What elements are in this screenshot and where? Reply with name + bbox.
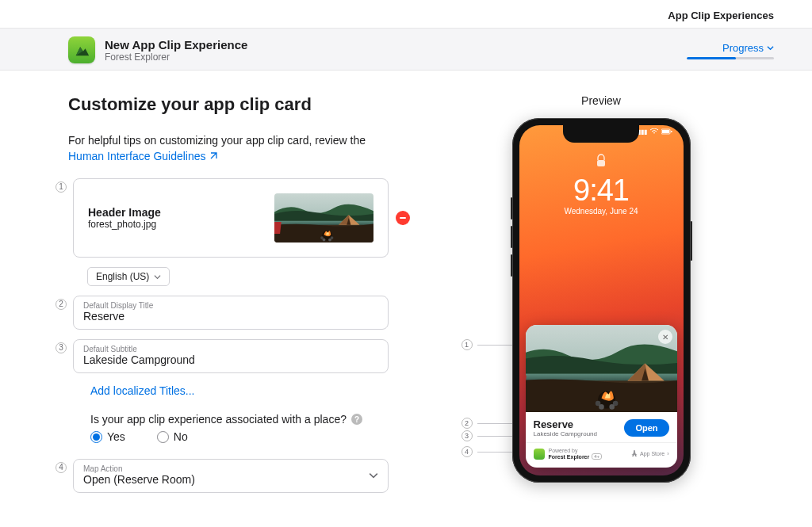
breadcrumb[interactable]: App Clip Experiences xyxy=(668,10,774,21)
radio-no[interactable]: No xyxy=(157,430,188,443)
app-subtitle: Forest Explorer xyxy=(105,52,247,63)
clip-app-name: Forest Explorer xyxy=(549,454,590,460)
preview-label: Preview xyxy=(581,94,621,107)
lock-time: 9:41 xyxy=(519,175,684,205)
header-image-card[interactable]: Header Image forest_photo.jpg xyxy=(73,178,389,258)
help-icon[interactable]: ? xyxy=(351,414,362,425)
svg-rect-11 xyxy=(671,131,672,132)
map-action-value: Open (Reserve Room) xyxy=(83,473,195,486)
step-marker-4: 4 xyxy=(56,462,67,473)
svg-rect-10 xyxy=(662,130,669,133)
page-header: New App Clip Experience Forest Explorer … xyxy=(0,28,812,71)
appstore-link[interactable]: App Store › xyxy=(631,450,668,457)
subtitle-field[interactable]: Default Subtitle Lakeside Campground xyxy=(73,339,389,373)
powered-by-label: Powered by xyxy=(549,448,603,453)
close-icon[interactable]: ✕ xyxy=(658,330,672,344)
language-label: English (US) xyxy=(96,271,149,282)
appstore-label: App Store xyxy=(640,451,665,456)
chevron-down-icon xyxy=(154,273,161,281)
step-marker-2: 2 xyxy=(56,299,67,310)
chevron-down-icon xyxy=(767,44,774,52)
battery-icon xyxy=(661,128,672,136)
svg-rect-12 xyxy=(597,160,605,166)
intro-text: For helpful tips on customizing your app… xyxy=(68,134,389,147)
clip-header-image: ✕ xyxy=(526,325,677,412)
progress-label: Progress xyxy=(722,42,764,54)
radio-dot-icon xyxy=(90,431,102,443)
subtitle-value: Lakeside Campground xyxy=(83,353,378,366)
chevron-right-icon: › xyxy=(667,451,668,456)
external-link-icon xyxy=(209,150,217,162)
step-marker-1: 1 xyxy=(56,181,67,193)
display-title-field[interactable]: Default Display Title Reserve xyxy=(73,296,389,330)
header-image-thumbnail xyxy=(274,193,373,242)
radio-dot-icon xyxy=(157,431,169,443)
device-notch xyxy=(563,125,639,143)
remove-image-button[interactable] xyxy=(396,211,410,225)
display-title-value: Reserve xyxy=(83,310,378,323)
age-badge: 4+ xyxy=(592,453,602,460)
radio-no-label: No xyxy=(174,430,188,443)
map-action-select[interactable]: Map Action Open (Reserve Room) xyxy=(73,459,389,493)
progress-bar xyxy=(687,57,774,59)
chevron-down-icon xyxy=(369,471,378,480)
language-select[interactable]: English (US) xyxy=(87,267,170,286)
appstore-icon xyxy=(631,450,638,457)
display-title-label: Default Display Title xyxy=(83,301,378,310)
clip-title: Reserve xyxy=(534,418,598,430)
hig-link[interactable]: Human Interface Guidelines xyxy=(68,150,217,162)
app-icon xyxy=(68,36,95,63)
progress-link[interactable]: Progress xyxy=(722,42,774,54)
radio-yes-label: Yes xyxy=(107,430,125,443)
clip-subtitle: Lakeside Campground xyxy=(534,430,598,437)
section-title: Customize your app clip card xyxy=(68,94,389,115)
step-marker-3: 3 xyxy=(56,342,67,353)
page-title: New App Clip Experience xyxy=(105,38,247,52)
wifi-icon xyxy=(650,128,658,136)
header-image-filename: forest_photo.jpg xyxy=(88,219,161,230)
place-question: Is your app clip experience associated w… xyxy=(90,413,347,426)
hig-link-label: Human Interface Guidelines xyxy=(68,150,206,162)
app-clip-card: ✕ Reserve Lakeside Campground Open xyxy=(526,325,677,468)
mini-app-icon xyxy=(534,449,545,460)
radio-yes[interactable]: Yes xyxy=(90,430,125,443)
lock-icon xyxy=(596,158,607,170)
device-frame: ▮▮▮▮ 9:41 Wednesday, June 24 ✕ xyxy=(512,118,691,483)
preview-callouts: 1 2 3 4 xyxy=(462,118,517,483)
open-button[interactable]: Open xyxy=(624,419,668,437)
add-localized-titles-link[interactable]: Add localized Titles... xyxy=(90,383,195,399)
map-action-label: Map Action xyxy=(83,464,195,473)
header-image-label: Header Image xyxy=(88,206,161,219)
lock-date: Wednesday, June 24 xyxy=(519,207,684,216)
subtitle-label: Default Subtitle xyxy=(83,345,378,353)
